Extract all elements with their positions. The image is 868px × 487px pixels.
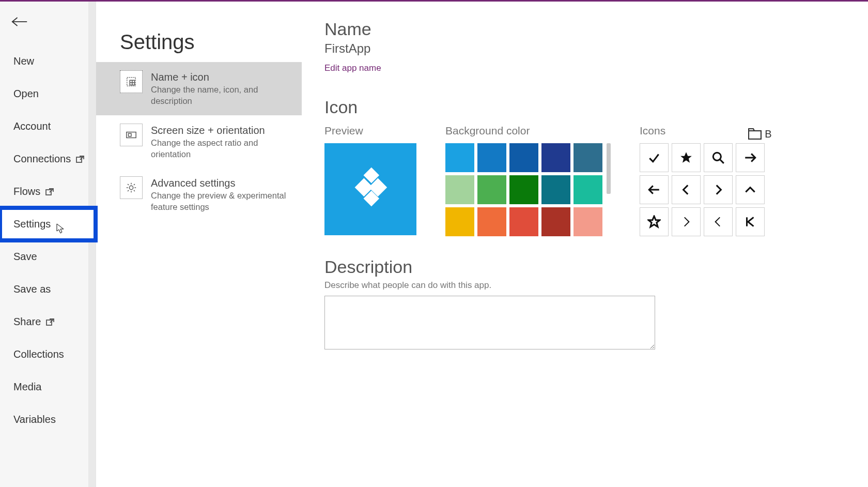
- color-swatch[interactable]: [509, 175, 538, 204]
- sidebar-item-collections[interactable]: Collections: [0, 338, 96, 371]
- color-swatch[interactable]: [477, 175, 506, 204]
- chevron-left-icon-option[interactable]: [672, 175, 701, 204]
- sidebar-item-share[interactable]: Share: [0, 306, 96, 338]
- color-swatch[interactable]: [541, 175, 570, 204]
- skip-back-icon-option[interactable]: [736, 207, 765, 236]
- settings-tabs-list: Name + iconChange the name, icon, and de…: [96, 62, 302, 221]
- sidebar-item-settings[interactable]: Settings: [0, 208, 96, 240]
- svg-line-31: [720, 159, 724, 163]
- arrow-left-icon-option[interactable]: [640, 175, 669, 204]
- icons-label: Icons: [640, 125, 665, 137]
- settings-tab-desc: Change the name, icon, and description: [151, 84, 289, 107]
- sidebar-item-label: Flows: [13, 186, 40, 197]
- color-swatch[interactable]: [574, 175, 602, 204]
- color-swatch[interactable]: [509, 207, 538, 236]
- icons-column: Icons B: [640, 125, 772, 236]
- sidebar-item-label: Open: [13, 88, 39, 100]
- sidebar-item-label: Save: [13, 251, 37, 263]
- sidebar-item-label: Save as: [13, 283, 51, 295]
- sidebar-item-save[interactable]: Save: [0, 240, 96, 273]
- svg-line-22: [128, 190, 129, 191]
- app-icon-diamonds: [347, 166, 394, 212]
- back-button[interactable]: [0, 8, 96, 45]
- sidebar-item-label: Connections: [13, 153, 71, 165]
- color-swatch[interactable]: [541, 143, 570, 172]
- sidebar-item-save-as[interactable]: Save as: [0, 273, 96, 306]
- svg-point-30: [713, 153, 721, 160]
- svg-rect-4: [46, 190, 51, 195]
- svg-rect-7: [47, 320, 52, 325]
- description-section: Description Describe what people can do …: [324, 257, 868, 352]
- chevron-right-icon-option[interactable]: [704, 175, 733, 204]
- color-swatch[interactable]: [541, 207, 570, 236]
- svg-rect-2: [76, 157, 82, 162]
- color-swatch[interactable]: [477, 207, 506, 236]
- mouse-cursor-icon: [56, 223, 65, 236]
- color-swatch[interactable]: [574, 143, 602, 172]
- sidebar-item-new[interactable]: New: [0, 45, 96, 78]
- icon-preview: [324, 143, 416, 235]
- settings-tab-title: Name + icon: [151, 70, 289, 84]
- search-icon-option[interactable]: [704, 143, 733, 172]
- sidebar-item-connections[interactable]: Connections: [0, 143, 96, 175]
- gear-icon: [120, 176, 143, 199]
- external-link-icon: [76, 156, 84, 163]
- color-swatch[interactable]: [445, 207, 474, 236]
- folder-icon: [748, 128, 762, 140]
- description-hint: Describe what people can do with this ap…: [324, 280, 868, 291]
- sidebar-item-label: Media: [13, 381, 41, 393]
- preview-column: Preview: [324, 125, 416, 236]
- angle-right-icon-option[interactable]: [672, 207, 701, 236]
- sidebar-item-label: Account: [13, 120, 51, 132]
- external-link-icon: [46, 318, 54, 326]
- settings-tab-desc: Change the preview & experimental featur…: [151, 190, 289, 213]
- color-swatch[interactable]: [477, 143, 506, 172]
- sidebar-item-label: New: [13, 55, 34, 67]
- bg-color-scrollbar[interactable]: [607, 143, 611, 194]
- arrow-right-icon-option[interactable]: [736, 143, 765, 172]
- file-sidebar: NewOpenAccountConnectionsFlowsSettingsSa…: [0, 2, 96, 487]
- color-swatch[interactable]: [445, 143, 474, 172]
- sidebar-scroll-up[interactable]: [0, 2, 96, 8]
- name-icon: [120, 70, 143, 93]
- browse-button[interactable]: B: [748, 128, 771, 140]
- bg-color-grid: [445, 143, 602, 236]
- chevron-up-icon-option[interactable]: [736, 175, 765, 204]
- app-name-value: FirstApp: [324, 41, 868, 56]
- browse-label: B: [765, 128, 771, 140]
- preview-label: Preview: [324, 125, 416, 137]
- sidebar-item-label: Collections: [13, 348, 64, 360]
- page-title: Settings: [96, 31, 302, 62]
- sidebar-item-label: Settings: [13, 218, 51, 230]
- check-icon-option[interactable]: [640, 143, 669, 172]
- settings-tab-desc: Change the aspect ratio and orientation: [151, 137, 289, 160]
- settings-tab-name-icon[interactable]: Name + iconChange the name, icon, and de…: [96, 62, 302, 115]
- color-swatch[interactable]: [445, 175, 474, 204]
- sidebar-item-media[interactable]: Media: [0, 371, 96, 403]
- svg-point-15: [129, 186, 133, 189]
- angle-left-icon-option[interactable]: [704, 207, 733, 236]
- icon-heading: Icon: [324, 97, 868, 117]
- sidebar-item-variables[interactable]: Variables: [0, 403, 96, 436]
- sidebar-item-account[interactable]: Account: [0, 110, 96, 143]
- sidebar-item-open[interactable]: Open: [0, 78, 96, 110]
- svg-rect-14: [129, 133, 132, 136]
- settings-tabs-column: Settings Name + iconChange the name, ico…: [96, 2, 302, 487]
- back-arrow-icon: [11, 16, 28, 27]
- star-outline-icon-option[interactable]: [640, 207, 669, 236]
- settings-tab-advanced-settings[interactable]: Advanced settingsChange the preview & ex…: [96, 168, 302, 221]
- description-heading: Description: [324, 257, 868, 277]
- settings-tab-title: Advanced settings: [151, 176, 289, 190]
- svg-marker-29: [680, 152, 692, 163]
- bg-color-label: Background color: [445, 125, 611, 137]
- sidebar-item-flows[interactable]: Flows: [0, 175, 96, 208]
- edit-app-name-link[interactable]: Edit app name: [324, 63, 381, 73]
- screen-icon: [120, 124, 143, 146]
- settings-tab-screen-size-orientation[interactable]: Screen size + orientationChange the aspe…: [96, 115, 302, 169]
- color-swatch[interactable]: [574, 207, 602, 236]
- svg-marker-6: [57, 224, 64, 233]
- color-swatch[interactable]: [509, 143, 538, 172]
- icons-grid: [640, 143, 772, 236]
- description-input[interactable]: [324, 296, 655, 349]
- star-filled-icon-option[interactable]: [672, 143, 701, 172]
